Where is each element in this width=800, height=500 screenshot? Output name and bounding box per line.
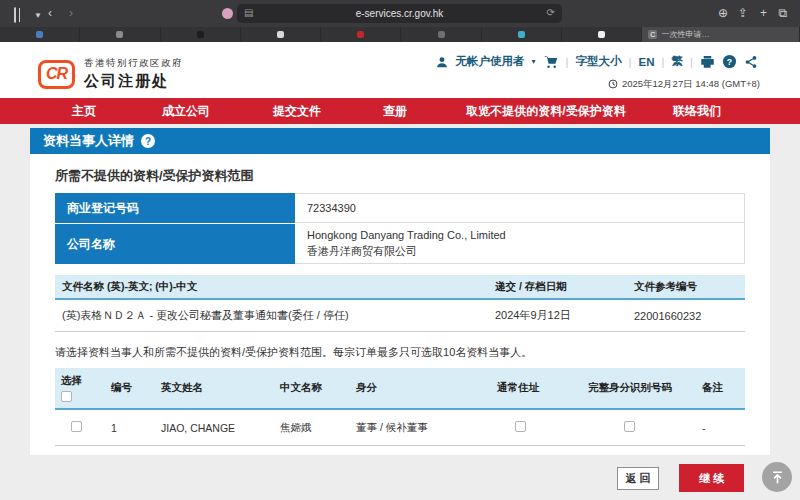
table-row: 1 JIAO, CHANGE 焦嫦娥 董事 / 候补董事 - [55,410,745,446]
tab-title: 一次性申请… [661,29,709,40]
table-row: 公司名称 Hongkong Danyang Trading Co., Limit… [55,223,745,264]
tab-favicon [197,31,204,38]
chevron-down-icon[interactable]: ▼ [34,8,42,24]
user-menu[interactable]: 无帐户使用者 [456,54,525,69]
reader-mode-icon[interactable]: ▤ [244,7,253,18]
company-name-label: 公司名称 [55,223,295,264]
brand[interactable]: CR 香港特别行政区政府 公司注册处 [38,57,183,91]
svg-text:?: ? [727,57,732,67]
brn-label: 商业登记号码 [55,193,295,223]
column-header-select: 选择 [55,374,100,402]
document-name: (英)表格ＮＤ２Ａ - 更改公司秘書及董事通知書(委任 / 停任) [55,308,490,323]
arrow-up-icon [770,470,785,485]
column-header: 编号 [100,381,150,395]
main-nav: 主页 成立公司 提交文件 查册 取览不提供的资料/受保护资料 联络我们 [0,98,800,124]
document-date: 2024年9月12日 [490,308,620,323]
datetime: 2025年12月27日 14:48 (GMT+8) [608,78,760,91]
lang-en-link[interactable]: EN [639,56,655,68]
company-name-en: Hongkong Danyang Trading Co., Limited [307,227,744,244]
tab-favicon: C [648,30,657,39]
gov-name: 香港特别行政区政府 [84,57,183,70]
user-icon [435,55,449,69]
row-select-cell [55,421,100,434]
browser-tab[interactable] [241,27,321,42]
print-icon[interactable] [700,54,715,69]
select-all-checkbox[interactable] [61,391,72,402]
name-english: JIAO, CHANGE [150,422,270,434]
address-cell [480,421,580,434]
clock-icon [608,79,618,91]
url-bar[interactable]: ▤ e-services.cr.gov.hk ⟳ [237,4,562,23]
column-header: 文件名称 (英)-英文; (中)-中文 [55,280,490,294]
dept-name: 公司注册处 [84,72,183,91]
id-number-cell [580,421,690,434]
scroll-top-button[interactable] [762,462,792,492]
column-header: 中文名称 [270,381,345,395]
browser-tab[interactable] [0,27,80,42]
nav-item-filing[interactable]: 提交文件 [273,98,321,124]
page-title: 资料当事人详情 [43,132,134,150]
help-icon[interactable]: ? [722,54,737,69]
tab-favicon [116,31,123,38]
browser-tab[interactable] [401,27,481,42]
column-header: 备注 [690,381,745,395]
refresh-icon[interactable]: ⟳ [547,7,555,18]
browser-tab[interactable] [80,27,160,42]
back-icon[interactable]: ‹ [48,5,52,21]
continue-button[interactable]: 继续 [679,464,744,492]
header-utilities: 无帐户使用者 ▾ | 字型大小 | EN | 繁 | ? [435,54,759,69]
separator: | [629,56,632,68]
tab-strip: C 一次性申请… [0,27,800,42]
browser-tab[interactable] [482,27,562,42]
share-icon[interactable] [744,55,758,69]
download-icon[interactable]: ⊕ [718,5,728,21]
browser-tab-active[interactable]: C 一次性申请… [642,27,800,42]
title-help-icon[interactable]: ? [141,134,155,148]
nav-item-home[interactable]: 主页 [72,98,96,124]
tab-favicon [277,31,284,38]
nav-item-contact[interactable]: 联络我们 [673,98,721,124]
instruction-text: 请选择资料当事人和所需不提供的资料/受保护资料范围。每宗订单最多只可选取10名资… [55,345,745,360]
company-info-table: 商业登记号码 72334390 公司名称 Hongkong Danyang Tr… [55,193,745,264]
separator: | [566,56,569,68]
page-body: 资料当事人详情 ? 所需不提供的资料/受保护资料范围 商业登记号码 723343… [0,124,800,500]
cart-icon[interactable] [543,54,559,69]
nav-item-incorporation[interactable]: 成立公司 [162,98,210,124]
row-select-checkbox[interactable] [71,421,82,432]
back-button[interactable]: 返回 [617,467,659,490]
table-row: 商业登记号码 72334390 [55,193,745,223]
row-number: 1 [100,422,150,434]
column-header: 完整身分识别号码 [580,381,690,395]
browser-tab[interactable] [562,27,642,42]
capacity: 董事 / 候补董事 [345,421,480,435]
section-title: 所需不提供的资料/受保护资料范围 [55,167,745,185]
data-subject-table: 选择 编号 英文姓名 中文名称 身分 通常住址 完整身分识别号码 备注 1 JI… [55,368,745,446]
nav-item-search[interactable]: 查册 [383,98,407,124]
address-checkbox[interactable] [515,421,526,432]
new-tab-icon[interactable]: + [760,5,767,21]
font-size-link[interactable]: 字型大小 [576,54,622,69]
browser-toolbar: ▼ ‹ › ▤ e-services.cr.gov.hk ⟳ ⊕ ⇪ + ⧉ [0,0,800,27]
tab-favicon [518,31,525,38]
sidebar-toggle-icon[interactable] [14,7,16,23]
site-header: CR 香港特别行政区政府 公司注册处 无帐户使用者 ▾ | 字型大小 | EN … [0,42,800,98]
data-subject-table-header: 选择 编号 英文姓名 中文名称 身分 通常住址 完整身分识别号码 备注 [55,368,745,410]
separator: | [662,56,665,68]
lang-zh-link[interactable]: 繁 [672,54,684,69]
column-header: 通常住址 [480,381,580,395]
browser-tab[interactable] [321,27,401,42]
column-header: 身分 [345,381,480,395]
content-panel: 所需不提供的资料/受保护资料范围 商业登记号码 72334390 公司名称 Ho… [30,154,770,455]
extension-icon[interactable] [222,8,233,19]
forward-icon[interactable]: › [69,5,73,21]
share-sheet-icon[interactable]: ⇪ [738,5,748,21]
nav-item-protected-info[interactable]: 取览不提供的资料/受保护资料 [466,98,625,124]
document-table: 文件名称 (英)-英文; (中)-中文 递交 / 存档日期 文件参考编号 (英)… [55,275,745,332]
id-number-checkbox[interactable] [624,421,635,432]
document-table-header: 文件名称 (英)-英文; (中)-中文 递交 / 存档日期 文件参考编号 [55,275,745,300]
company-name-value: Hongkong Danyang Trading Co., Limited 香港… [295,223,745,264]
browser-tab[interactable] [161,27,241,42]
user-menu-caret-icon[interactable]: ▾ [532,57,536,66]
tab-favicon [598,31,605,38]
tab-overview-icon[interactable]: ⧉ [778,5,787,21]
